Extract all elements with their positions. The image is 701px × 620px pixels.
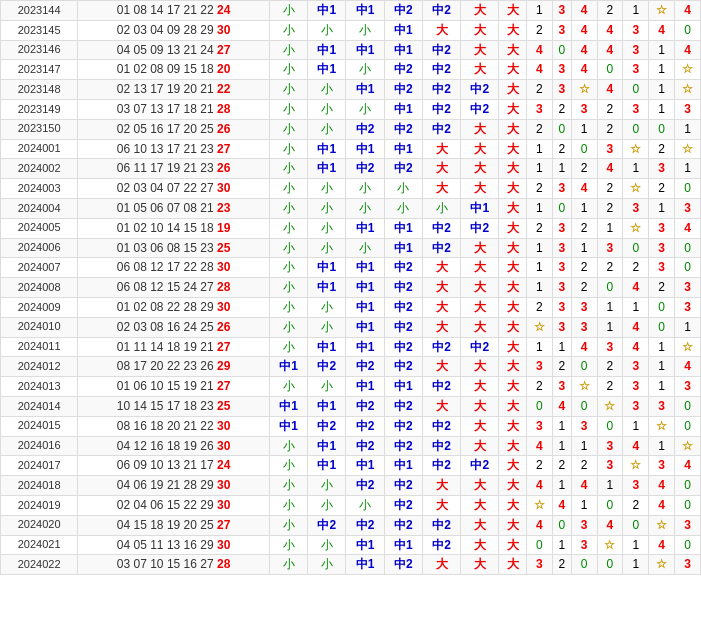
stat-col-0: ☆ bbox=[526, 317, 552, 337]
size-col-2: 中1 bbox=[346, 278, 384, 298]
size-col-4: 大 bbox=[422, 139, 460, 159]
stat-col-3: 3 bbox=[597, 436, 623, 456]
stat-col-3: 2 bbox=[597, 99, 623, 119]
stat-col-4: ☆ bbox=[623, 179, 649, 199]
size-col-1: 小 bbox=[308, 218, 346, 238]
size-col-4: 中2 bbox=[422, 99, 460, 119]
stat-col-0: 1 bbox=[526, 337, 552, 357]
draw-numbers: 02 13 17 19 20 21 22 bbox=[78, 80, 270, 100]
stat-col-4: 1 bbox=[623, 535, 649, 555]
size-col-0: 小 bbox=[269, 317, 307, 337]
size-col-5: 大 bbox=[461, 119, 499, 139]
row-id: 2024022 bbox=[1, 555, 78, 575]
stat-col-4: 3 bbox=[623, 377, 649, 397]
size-col-2: 小 bbox=[346, 60, 384, 80]
stat-col-2: 2 bbox=[571, 258, 597, 278]
stat-col-4: ☆ bbox=[623, 456, 649, 476]
size-col-2: 小 bbox=[346, 20, 384, 40]
size-col-2: 中1 bbox=[346, 1, 384, 21]
size-col-3: 中1 bbox=[384, 20, 422, 40]
draw-numbers: 02 04 06 15 22 29 30 bbox=[78, 495, 270, 515]
size-col-6: 大 bbox=[499, 436, 526, 456]
stat-col-1: 3 bbox=[552, 218, 571, 238]
stat-col-1: 2 bbox=[552, 357, 571, 377]
size-col-5: 大 bbox=[461, 416, 499, 436]
table-row: 202314701 02 08 09 15 18 20小中1小中2中2大大434… bbox=[1, 60, 701, 80]
stat-col-5: 4 bbox=[649, 20, 675, 40]
table-row: 202402104 05 11 13 16 29 30小小中1中1中2大大013… bbox=[1, 535, 701, 555]
stat-col-4: 1 bbox=[623, 555, 649, 575]
size-col-2: 中2 bbox=[346, 436, 384, 456]
stat-col-3: 0 bbox=[597, 60, 623, 80]
size-col-3: 中2 bbox=[384, 495, 422, 515]
size-col-0: 小 bbox=[269, 80, 307, 100]
size-col-6: 大 bbox=[499, 416, 526, 436]
size-col-3: 中2 bbox=[384, 119, 422, 139]
row-id: 2024006 bbox=[1, 238, 78, 258]
stat-col-2: 0 bbox=[571, 139, 597, 159]
stat-col-2: 3 bbox=[571, 99, 597, 119]
stat-col-3: 1 bbox=[597, 297, 623, 317]
draw-numbers: 06 09 10 13 21 17 24 bbox=[78, 456, 270, 476]
row-id: 2024001 bbox=[1, 139, 78, 159]
stat-col-6: ☆ bbox=[675, 139, 701, 159]
stat-col-5: 1 bbox=[649, 357, 675, 377]
size-col-4: 大 bbox=[422, 317, 460, 337]
size-col-2: 中2 bbox=[346, 416, 384, 436]
row-id: 2024008 bbox=[1, 278, 78, 298]
stat-col-4: 4 bbox=[623, 317, 649, 337]
size-col-0: 小 bbox=[269, 1, 307, 21]
table-row: 202401002 03 08 16 24 25 26小小中1中2大大大☆331… bbox=[1, 317, 701, 337]
stat-col-2: 3 bbox=[571, 317, 597, 337]
table-row: 202401508 16 18 20 21 22 30中1中2中2中2中2大大3… bbox=[1, 416, 701, 436]
stat-col-1: 2 bbox=[552, 555, 571, 575]
size-col-3: 中2 bbox=[384, 515, 422, 535]
size-col-0: 小 bbox=[269, 159, 307, 179]
size-col-2: 中1 bbox=[346, 377, 384, 397]
stat-col-5: 0 bbox=[649, 297, 675, 317]
draw-numbers: 03 07 10 15 16 27 28 bbox=[78, 555, 270, 575]
size-col-4: 大 bbox=[422, 179, 460, 199]
stat-col-4: 3 bbox=[623, 99, 649, 119]
size-col-5: 中2 bbox=[461, 337, 499, 357]
stat-col-2: ☆ bbox=[571, 377, 597, 397]
stat-col-0: 3 bbox=[526, 555, 552, 575]
table-row: 202400206 11 17 19 21 23 26小中1中2中2大大大112… bbox=[1, 159, 701, 179]
size-col-1: 中1 bbox=[308, 40, 346, 60]
stat-col-0: 3 bbox=[526, 357, 552, 377]
size-col-3: 中2 bbox=[384, 159, 422, 179]
stat-col-4: 0 bbox=[623, 80, 649, 100]
size-col-1: 中2 bbox=[308, 515, 346, 535]
stat-col-4: 0 bbox=[623, 119, 649, 139]
stat-col-4: ☆ bbox=[623, 139, 649, 159]
table-row: 202314401 08 14 17 21 22 24小中1中1中2中2大大13… bbox=[1, 1, 701, 21]
size-col-2: 中1 bbox=[346, 139, 384, 159]
stat-col-3: 4 bbox=[597, 159, 623, 179]
size-col-5: 中2 bbox=[461, 99, 499, 119]
draw-numbers: 02 03 08 16 24 25 26 bbox=[78, 317, 270, 337]
stat-col-2: 3 bbox=[571, 416, 597, 436]
table-row: 202315002 05 16 17 20 25 26小小中2中2中2大大201… bbox=[1, 119, 701, 139]
size-col-1: 中1 bbox=[308, 456, 346, 476]
size-col-3: 中1 bbox=[384, 456, 422, 476]
stat-col-5: 0 bbox=[649, 119, 675, 139]
stat-col-0: 2 bbox=[526, 218, 552, 238]
table-row: 202400106 10 13 17 21 23 27小中1中1中1大大大120… bbox=[1, 139, 701, 159]
stat-col-2: 1 bbox=[571, 436, 597, 456]
stat-col-2: 4 bbox=[571, 60, 597, 80]
stat-col-3: 2 bbox=[597, 258, 623, 278]
row-id: 2024014 bbox=[1, 396, 78, 416]
stat-col-1: 2 bbox=[552, 99, 571, 119]
stat-col-2: 2 bbox=[571, 456, 597, 476]
size-col-2: 小 bbox=[346, 198, 384, 218]
table-row: 202401301 06 10 15 19 21 27小小中1中1中2大大23☆… bbox=[1, 377, 701, 397]
stat-col-2: 3 bbox=[571, 535, 597, 555]
size-col-2: 中1 bbox=[346, 297, 384, 317]
stat-col-2: 1 bbox=[571, 119, 597, 139]
row-id: 2023147 bbox=[1, 60, 78, 80]
size-col-3: 小 bbox=[384, 198, 422, 218]
stat-col-2: 1 bbox=[571, 495, 597, 515]
stat-col-1: 0 bbox=[552, 40, 571, 60]
stat-col-6: 4 bbox=[675, 357, 701, 377]
size-col-0: 小 bbox=[269, 99, 307, 119]
